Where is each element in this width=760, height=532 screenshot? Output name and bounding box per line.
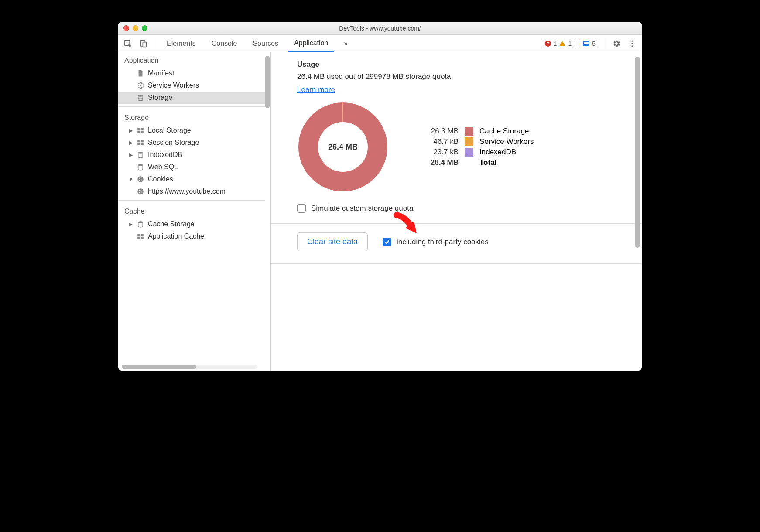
sidebar-item-label: Application Cache: [148, 232, 204, 240]
sidebar-item-label: Session Storage: [148, 139, 199, 147]
svg-point-4: [631, 43, 633, 44]
message-icon: [583, 41, 589, 46]
database-icon: [137, 94, 144, 102]
tab-application[interactable]: Application: [288, 35, 334, 52]
titlebar: DevTools - www.youtube.com/: [118, 22, 642, 35]
scrollbar-horizontal[interactable]: [122, 365, 257, 369]
svg-point-22: [139, 180, 140, 181]
chevron-right-icon[interactable]: ▶: [129, 128, 133, 133]
legend-row-service-workers: 46.7 kB Service Workers: [419, 137, 534, 146]
database-icon: [137, 163, 144, 171]
svg-rect-14: [137, 143, 140, 145]
grid-icon: [137, 139, 144, 147]
minimize-icon[interactable]: [133, 25, 138, 31]
error-icon: ✕: [545, 41, 551, 47]
grid-icon: [137, 232, 144, 240]
cookie-icon: [137, 188, 144, 195]
devtools-tabbar: Elements Console Sources Application » ✕…: [118, 35, 642, 52]
svg-rect-12: [137, 140, 140, 142]
sidebar-item-label: Local Storage: [148, 126, 191, 134]
sidebar-item-label: Web SQL: [148, 163, 178, 171]
svg-point-18: [137, 176, 144, 182]
inspect-icon[interactable]: [122, 38, 134, 50]
sidebar-item-label: Cookies: [148, 175, 173, 183]
cookie-icon: [137, 175, 144, 183]
sidebar-item-indexeddb[interactable]: ▶ IndexedDB: [118, 149, 265, 161]
tab-sources[interactable]: Sources: [246, 35, 284, 52]
tab-console[interactable]: Console: [205, 35, 243, 52]
svg-rect-32: [141, 237, 144, 239]
sidebar-item-session-storage[interactable]: ▶ Session Storage: [118, 136, 265, 149]
sidebar-item-label: IndexedDB: [148, 151, 182, 159]
sidebar-item-service-workers[interactable]: Service Workers: [118, 79, 265, 92]
close-icon[interactable]: [123, 25, 129, 31]
devtools-body: Application Manifest Service Workers Sto…: [118, 52, 642, 371]
sidebar-item-cookie-origin[interactable]: https://www.youtube.com: [118, 185, 265, 198]
third-party-cookies-label: including third-party cookies: [397, 238, 489, 246]
chevron-right-icon[interactable]: ▶: [129, 152, 133, 158]
devtools-window: DevTools - www.youtube.com/ Elements Con…: [118, 22, 642, 371]
sidebar-item-websql[interactable]: Web SQL: [118, 161, 265, 173]
svg-point-6: [140, 85, 142, 87]
svg-rect-11: [141, 131, 144, 133]
svg-point-5: [631, 45, 633, 47]
tab-elements[interactable]: Elements: [161, 35, 202, 52]
divider: [271, 263, 642, 264]
legend-swatch: [465, 127, 473, 136]
svg-point-26: [141, 192, 142, 193]
database-icon: [137, 220, 144, 228]
maximize-icon[interactable]: [142, 25, 147, 31]
legend-row-indexeddb: 23.7 kB IndexedDB: [419, 148, 534, 157]
sidebar-item-cache-storage[interactable]: ▶ Cache Storage: [118, 218, 265, 230]
window-title: DevTools - www.youtube.com/: [118, 25, 642, 32]
chevron-down-icon[interactable]: ▼: [129, 177, 133, 182]
legend-row-total: 26.4 MB Total: [419, 158, 534, 167]
storage-panel: Usage 26.4 MB used out of 299978 MB stor…: [271, 52, 642, 371]
svg-rect-15: [141, 143, 144, 145]
simulate-quota-row: Simulate custom storage quota: [297, 204, 624, 213]
svg-rect-13: [141, 140, 144, 142]
donut-center-label: 26.4 MB: [297, 101, 389, 193]
database-icon: [137, 151, 144, 159]
device-toggle-icon[interactable]: [137, 38, 150, 50]
sidebar-item-label: Manifest: [148, 69, 174, 77]
legend-swatch: [465, 137, 473, 146]
sidebar-item-application-cache[interactable]: Application Cache: [118, 230, 265, 242]
simulate-quota-checkbox[interactable]: [297, 204, 306, 213]
window-controls: [123, 25, 147, 31]
grid-icon: [137, 126, 144, 134]
third-party-cookies-checkbox[interactable]: [383, 238, 391, 246]
more-icon[interactable]: [626, 38, 638, 50]
messages-badge[interactable]: 5: [579, 39, 599, 48]
svg-rect-2: [143, 42, 146, 47]
svg-point-19: [139, 178, 140, 179]
legend-swatch: [465, 148, 473, 157]
warning-count: 1: [568, 40, 572, 47]
sidebar-item-cookies[interactable]: ▼ Cookies: [118, 173, 265, 185]
section-application: Application: [118, 52, 265, 67]
settings-icon[interactable]: [610, 38, 623, 50]
learn-more-link[interactable]: Learn more: [297, 85, 335, 94]
warning-icon: [559, 41, 565, 46]
svg-point-7: [138, 95, 143, 97]
issues-badge[interactable]: ✕ 1 1: [541, 39, 576, 48]
scrollbar-vertical[interactable]: [635, 57, 640, 248]
divider: [605, 38, 605, 49]
svg-rect-8: [137, 128, 140, 130]
gear-icon: [137, 82, 144, 89]
sidebar-item-manifest[interactable]: Manifest: [118, 67, 265, 79]
scrollbar-vertical[interactable]: [265, 56, 270, 108]
divider: [271, 223, 642, 224]
sidebar-item-local-storage[interactable]: ▶ Local Storage: [118, 124, 265, 136]
chevron-right-icon[interactable]: ▶: [129, 222, 133, 227]
sidebar-item-storage[interactable]: Storage: [118, 92, 265, 104]
clear-site-data-button[interactable]: Clear site data: [297, 232, 368, 251]
svg-point-20: [141, 177, 142, 178]
svg-point-25: [141, 190, 142, 191]
svg-rect-30: [141, 234, 144, 236]
tabs-overflow[interactable]: »: [338, 35, 354, 52]
chevron-right-icon[interactable]: ▶: [129, 140, 133, 146]
sidebar-item-label: Cache Storage: [148, 220, 195, 228]
svg-rect-31: [137, 237, 140, 239]
section-storage: Storage: [118, 109, 265, 124]
